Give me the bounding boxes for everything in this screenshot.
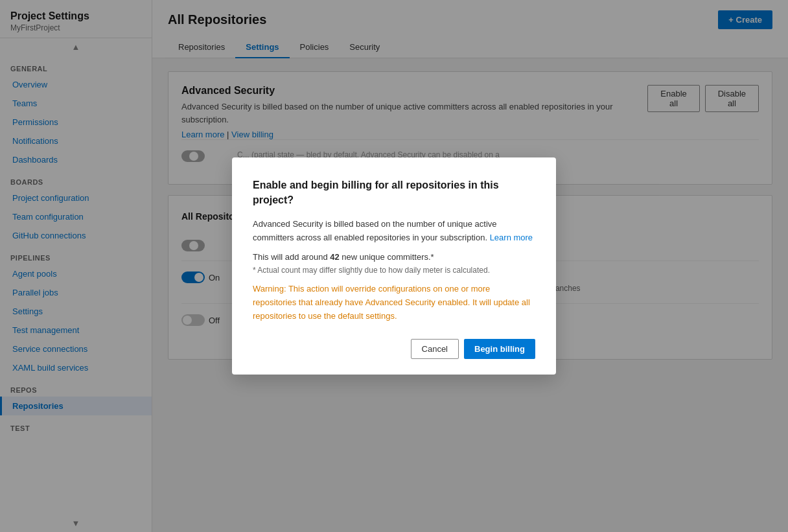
modal-warning: Warning: This action will override confi… bbox=[253, 283, 535, 323]
modal-committers-prefix: This will add around bbox=[253, 252, 330, 262]
begin-billing-button[interactable]: Begin billing bbox=[464, 339, 535, 359]
modal-note: * Actual count may differ slightly due t… bbox=[253, 266, 535, 275]
modal-dialog: Enable and begin billing for all reposit… bbox=[232, 157, 556, 375]
modal-committers-suffix: new unique committers.* bbox=[340, 252, 434, 262]
modal-body: Advanced Security is billed based on the… bbox=[253, 218, 535, 245]
modal-committers: This will add around 42 new unique commi… bbox=[253, 252, 535, 262]
modal-committers-count: 42 bbox=[330, 252, 339, 262]
modal-learn-more-link[interactable]: Learn more bbox=[490, 233, 533, 242]
modal-body-text: Advanced Security is billed based on the… bbox=[253, 219, 497, 242]
modal-footer: Cancel Begin billing bbox=[253, 339, 535, 359]
modal-overlay[interactable]: Enable and begin billing for all reposit… bbox=[0, 0, 788, 532]
modal-title: Enable and begin billing for all reposit… bbox=[253, 178, 535, 207]
cancel-button[interactable]: Cancel bbox=[411, 339, 459, 359]
